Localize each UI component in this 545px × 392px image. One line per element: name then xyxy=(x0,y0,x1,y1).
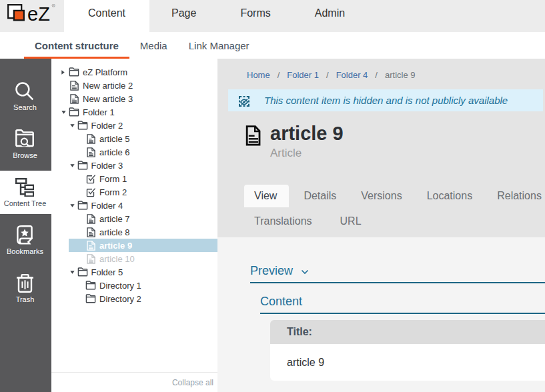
content-tab-label: View xyxy=(254,190,277,202)
folder-icon xyxy=(77,161,88,170)
caret-down-icon xyxy=(70,204,75,207)
tree-item-ez-platform[interactable]: eZ Platform xyxy=(51,65,217,79)
top-tab-admin[interactable]: Admin xyxy=(293,0,367,32)
svg-text:R: R xyxy=(53,5,55,7)
tree-item-article-5[interactable]: article 5 xyxy=(51,132,217,145)
tree-toggle[interactable] xyxy=(61,70,69,75)
article-icon xyxy=(87,147,95,157)
sidebar-item-label: Content Tree xyxy=(4,199,47,207)
content-tree: eZ PlatformNew article 2New article 3Fol… xyxy=(51,65,217,305)
chevron-down-icon xyxy=(301,269,309,275)
tree-toggle[interactable] xyxy=(70,271,77,274)
tree-item-folder-3[interactable]: Folder 3 xyxy=(51,159,217,172)
breadcrumb-link[interactable]: Folder 4 xyxy=(336,70,368,80)
subnav-tab-link-manager[interactable]: Link Manager xyxy=(178,32,260,59)
article-icon xyxy=(87,214,95,224)
subnav-tab-content-structure[interactable]: Content structure xyxy=(24,32,129,59)
tree-item-new-article-3[interactable]: New article 3 xyxy=(51,92,217,105)
top-tab-forms[interactable]: Forms xyxy=(218,0,292,32)
breadcrumb-separator: / xyxy=(326,70,329,80)
content-tab-locations[interactable]: Locations xyxy=(417,185,483,207)
field-value-cell: article 9 xyxy=(270,344,545,381)
subnav-tab-label: Media xyxy=(140,40,167,51)
folder-icon xyxy=(77,121,88,130)
tree-item-folder-5[interactable]: Folder 5 xyxy=(51,265,217,279)
tree-item-label: article 5 xyxy=(99,134,130,144)
content-tabs: ViewDetailsVersionsLocationsRelations Tr… xyxy=(244,185,545,233)
folder-icon xyxy=(69,107,79,117)
top-tab-content[interactable]: Content xyxy=(64,0,149,32)
sidebar-item-browse[interactable]: Browse xyxy=(0,123,51,166)
top-tab-label: Page xyxy=(171,7,196,19)
content-tab-view[interactable]: View xyxy=(244,185,289,207)
content-tab-details[interactable]: Details xyxy=(294,185,346,207)
tree-toggle[interactable] xyxy=(70,204,77,207)
collapse-all-button[interactable]: Collapse all xyxy=(172,378,213,387)
tree-item-label: Directory 1 xyxy=(99,281,141,291)
top-tab-page[interactable]: Page xyxy=(149,0,218,32)
subnav-tab-media[interactable]: Media xyxy=(129,32,178,59)
tree-item-form-2[interactable]: Form 2 xyxy=(51,185,217,199)
subnav-tab-label: Content structure xyxy=(35,40,119,51)
tree-item-directory-2[interactable]: Directory 2 xyxy=(51,292,217,305)
sidebar-item-bookmarks[interactable]: Bookmarks xyxy=(0,219,51,262)
top-tab-label: Admin xyxy=(315,7,345,19)
tree-toggle[interactable] xyxy=(70,124,77,127)
alert-text: This content item is hidden and is not p… xyxy=(264,95,508,106)
content-tab-translations[interactable]: Translations xyxy=(244,210,322,233)
content-tab-relations[interactable]: Relations xyxy=(487,185,545,207)
tree-item-article-7[interactable]: article 7 xyxy=(51,212,217,225)
browse-icon xyxy=(15,129,34,149)
tree-item-form-1[interactable]: Form 1 xyxy=(51,172,217,185)
content-tab-label: Versions xyxy=(361,190,402,202)
tree-toggle[interactable] xyxy=(70,164,77,167)
breadcrumb-separator: / xyxy=(278,70,280,80)
content-body: Preview Content Title: article 9 xyxy=(217,237,545,392)
sidebar-item-search[interactable]: Search xyxy=(0,75,51,118)
content-type-label: Article xyxy=(270,147,344,160)
tree-item-label: Form 1 xyxy=(99,174,127,184)
tree-item-label: eZ Platform xyxy=(82,67,127,77)
tree-item-article-9[interactable]: article 9 xyxy=(51,239,217,252)
tree-item-folder-2[interactable]: Folder 2 xyxy=(51,119,217,132)
tree-footer: Collapse all xyxy=(51,372,217,392)
tree-item-folder-4[interactable]: Folder 4 xyxy=(51,199,217,212)
ez-logo[interactable]: eZ R xyxy=(0,0,64,32)
breadcrumb-link[interactable]: Home xyxy=(247,70,270,80)
top-bar: eZ R ContentPageFormsAdmin xyxy=(0,0,545,32)
tree-item-directory-1[interactable]: Directory 1 xyxy=(51,279,217,292)
breadcrumb-separator: / xyxy=(375,70,378,80)
breadcrumb: Home/Folder 1/Folder 4/article 9 xyxy=(247,70,416,80)
content-tab-label: Translations xyxy=(254,215,312,227)
sidebar-item-trash[interactable]: Trash xyxy=(0,267,51,310)
content-tree-icon xyxy=(15,178,34,197)
field-table: Title: article 9 xyxy=(270,320,545,381)
folder-icon xyxy=(85,294,96,303)
tree-item-article-10[interactable]: article 10 xyxy=(51,252,217,265)
breadcrumb-link[interactable]: Folder 1 xyxy=(287,70,319,80)
tree-item-article-6[interactable]: article 6 xyxy=(51,145,217,159)
caret-down-icon xyxy=(70,164,75,167)
breadcrumb-current: article 9 xyxy=(385,70,416,80)
folder-icon xyxy=(69,67,79,77)
tree-item-new-article-2[interactable]: New article 2 xyxy=(51,79,217,92)
tree-item-folder-1[interactable]: Folder 1 xyxy=(51,105,217,119)
content-tab-versions[interactable]: Versions xyxy=(351,185,412,207)
tree-item-label: article 8 xyxy=(99,227,130,237)
ez-logo-icon: eZ R xyxy=(7,4,57,21)
sidebar-item-content-tree[interactable]: Content Tree xyxy=(0,171,51,214)
top-tab-label: Content xyxy=(88,7,125,19)
content-tab-url[interactable]: URL xyxy=(330,210,372,233)
preview-section-header[interactable]: Preview xyxy=(250,264,309,278)
folder-icon xyxy=(85,281,96,290)
tree-item-label: New article 3 xyxy=(82,94,133,104)
folder-icon xyxy=(77,267,88,277)
content-divider xyxy=(260,313,545,314)
hidden-alert: This content item is hidden and is not p… xyxy=(228,89,543,111)
content-section-label: Content xyxy=(260,295,302,309)
caret-down-icon xyxy=(70,271,75,274)
preview-divider xyxy=(250,282,545,283)
tree-toggle[interactable] xyxy=(61,111,69,114)
svg-text:eZ: eZ xyxy=(27,4,50,21)
tree-item-article-8[interactable]: article 8 xyxy=(51,225,217,239)
